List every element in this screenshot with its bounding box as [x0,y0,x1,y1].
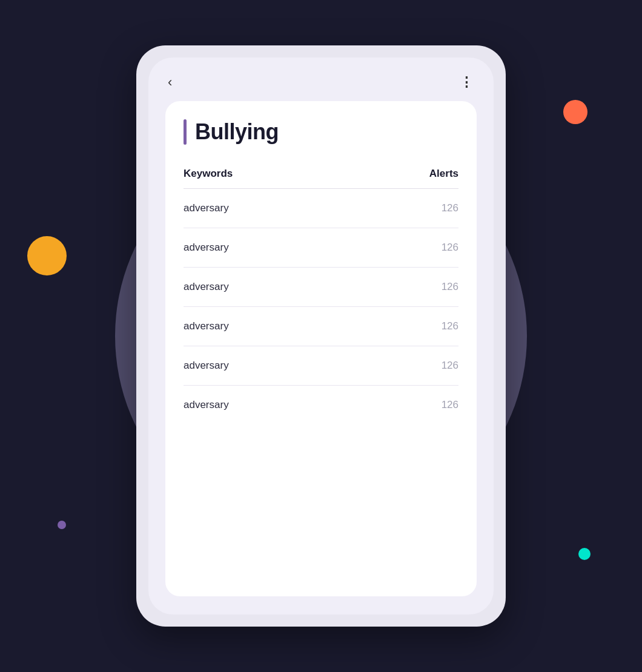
keyword-cell: adversary [184,281,229,293]
title-accent-bar [184,119,187,145]
col-alerts-header: Alerts [429,168,458,180]
keyword-cell: adversary [184,320,229,332]
dot-purple [58,521,66,529]
dot-teal [578,548,591,560]
alert-cell: 126 [442,242,458,254]
table-header: Keywords Alerts [184,159,458,189]
alert-cell: 126 [442,360,458,372]
table-row[interactable]: adversary 126 [184,346,458,386]
card-title-row: Bullying [184,119,458,145]
main-card: Bullying Keywords Alerts adversary 126 a… [165,101,477,596]
page-title: Bullying [195,119,279,145]
keyword-cell: adversary [184,202,229,214]
table-row[interactable]: adversary 126 [184,228,458,268]
phone-container: ‹ ⋮ Bullying Keywords Alerts adversary 1… [136,45,506,627]
table-row[interactable]: adversary 126 [184,268,458,307]
keyword-cell: adversary [184,399,229,411]
keyword-cell: adversary [184,360,229,372]
col-keywords-header: Keywords [184,168,233,180]
dot-orange [563,100,587,124]
table-rows: adversary 126 adversary 126 adversary 12… [184,189,458,584]
table-row[interactable]: adversary 126 [184,386,458,424]
phone-screen: ‹ ⋮ Bullying Keywords Alerts adversary 1… [148,58,494,614]
alert-cell: 126 [442,320,458,332]
keyword-cell: adversary [184,242,229,254]
table-row[interactable]: adversary 126 [184,307,458,346]
more-button[interactable]: ⋮ [460,76,474,89]
alert-cell: 126 [442,399,458,411]
table-row[interactable]: adversary 126 [184,189,458,228]
alert-cell: 126 [442,281,458,293]
top-bar: ‹ ⋮ [165,76,477,89]
alert-cell: 126 [442,202,458,214]
back-button[interactable]: ‹ [168,76,172,89]
dot-yellow [27,236,67,275]
